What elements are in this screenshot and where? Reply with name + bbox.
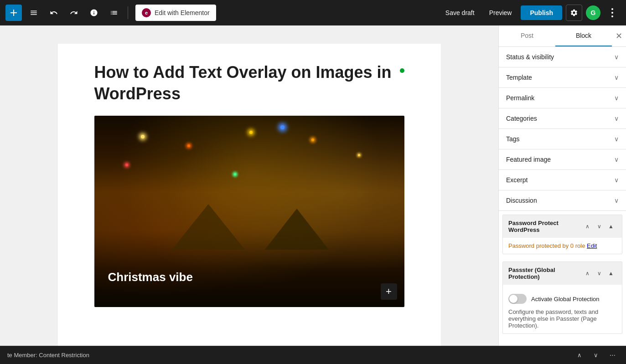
more-options-button[interactable] (604, 5, 621, 21)
passster-description: Configure the password, texts and everyt… (508, 308, 616, 329)
widget-collapse-down-button[interactable]: ∨ (594, 221, 605, 232)
widget-collapse-up-button[interactable]: ∧ (582, 221, 593, 232)
chevron-down-icon: ∨ (614, 197, 619, 204)
undo-button[interactable] (46, 5, 62, 21)
bottom-close-button[interactable]: ⋯ (606, 349, 619, 362)
main-area: How to Add Text Overlay on Images in Wor… (0, 26, 626, 346)
redo-button[interactable] (66, 5, 82, 21)
section-discussion[interactable]: Discussion ∨ (499, 190, 626, 211)
editor-area: How to Add Text Overlay on Images in Wor… (0, 26, 498, 346)
chevron-down-icon: ∨ (614, 156, 619, 163)
edit-with-elementor-button[interactable]: e Edit with Elementor (135, 5, 216, 21)
bottom-expand-button[interactable]: ∨ (590, 349, 602, 362)
list-view-button[interactable] (106, 5, 122, 21)
widget-header-passster: Passster (Global Protection) ∧ ∨ ▲ (503, 262, 622, 285)
elementor-icon: e (142, 8, 151, 17)
preview-button[interactable]: Preview (484, 5, 517, 20)
chevron-down-icon: ∨ (614, 53, 619, 61)
add-block-toolbar-button[interactable] (5, 5, 22, 21)
close-sidebar-button[interactable]: ✕ (612, 27, 626, 45)
widget-header-password: Password Protect WordPress ∧ ∨ ▲ (503, 215, 622, 238)
widget-drag-button[interactable]: ▲ (605, 221, 616, 232)
toolbar: e Edit with Elementor Save draft Preview… (0, 0, 626, 26)
chevron-down-icon: ∨ (614, 176, 619, 184)
bottom-bar: te Member: Content Restriction ∧ ∨ ⋯ (0, 346, 626, 364)
password-protect-description: Password protected by 0 role Edit (508, 242, 616, 249)
section-categories[interactable]: Categories ∨ (499, 108, 626, 129)
tools-button[interactable] (26, 5, 42, 21)
section-template[interactable]: Template ∨ (499, 67, 626, 88)
section-status-visibility[interactable]: Status & visibility ∨ (499, 47, 626, 67)
section-permalink[interactable]: Permalink ∨ (499, 88, 626, 108)
section-excerpt[interactable]: Excerpt ∨ (499, 170, 626, 190)
info-button[interactable] (86, 5, 102, 21)
widget-body-passster: Activate Global Protection Configure the… (503, 285, 622, 333)
editor-content: How to Add Text Overlay on Images in Wor… (58, 44, 441, 346)
widget-body-password: Password protected by 0 role Edit (503, 238, 622, 254)
section-featured-image[interactable]: Featured image ∨ (499, 149, 626, 170)
chevron-down-icon: ∨ (614, 94, 619, 102)
add-block-button[interactable]: + (381, 283, 397, 300)
password-protect-edit-link[interactable]: Edit (587, 242, 597, 249)
svg-point-1 (611, 12, 613, 14)
bottom-collapse-button[interactable]: ∧ (573, 349, 586, 362)
section-tags[interactable]: Tags ∨ (499, 129, 626, 149)
chevron-down-icon: ∨ (614, 115, 619, 122)
tab-post[interactable]: Post (499, 26, 555, 46)
publish-button[interactable]: Publish (521, 5, 562, 20)
user-avatar[interactable]: G (586, 5, 600, 20)
passster-collapse-up-button[interactable]: ∧ (582, 268, 593, 279)
toolbar-divider (128, 6, 128, 19)
password-protect-widget: Password Protect WordPress ∧ ∨ ▲ Passwor… (502, 215, 622, 254)
save-draft-button[interactable]: Save draft (440, 5, 480, 20)
svg-point-2 (611, 15, 613, 17)
passster-drag-button[interactable]: ▲ (605, 268, 616, 279)
chevron-down-icon: ∨ (614, 135, 619, 143)
global-protection-toggle[interactable] (508, 294, 527, 304)
post-title: How to Add Text Overlay on Images in Wor… (94, 62, 404, 105)
tab-block[interactable]: Block (555, 26, 612, 46)
settings-button[interactable] (566, 5, 582, 21)
passster-widget: Passster (Global Protection) ∧ ∨ ▲ Activ… (502, 261, 622, 334)
activate-global-protection-row: Activate Global Protection (508, 294, 616, 304)
sidebar-tabs: Post Block ✕ (499, 26, 626, 47)
featured-image-block[interactable]: Christmas vibe + (94, 116, 404, 307)
chevron-down-icon: ∨ (614, 74, 619, 81)
svg-point-0 (611, 8, 613, 10)
passster-collapse-down-button[interactable]: ∨ (594, 268, 605, 279)
image-caption: Christmas vibe (108, 270, 193, 284)
post-title-indicator (400, 68, 404, 73)
sidebar: Post Block ✕ Status & visibility ∨ Templ… (498, 26, 626, 346)
